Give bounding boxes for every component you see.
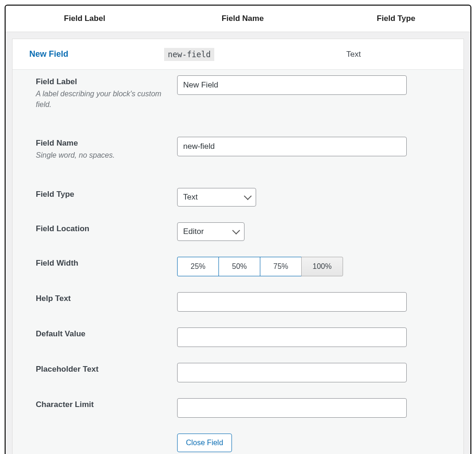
label-help-text: Help Text (36, 294, 169, 303)
summary-field-name: new-field (164, 50, 316, 59)
row-field-location: Field Location Editor (13, 217, 463, 241)
label-field-label: Field Label (36, 77, 169, 87)
input-help-text[interactable] (177, 292, 407, 312)
summary-field-type: Text (316, 50, 463, 59)
field-editor-panel: Field Label Field Name Field Type New Fi… (5, 5, 471, 454)
summary-name-code: new-field (164, 48, 214, 61)
label-field-width: Field Width (36, 259, 169, 268)
input-default-value[interactable] (177, 327, 407, 347)
desc-field-name: Single word, no spaces. (36, 150, 169, 160)
body-wrap: New Field new-field Text Field Label A l… (6, 32, 470, 454)
row-field-label: Field Label A label describing your bloc… (13, 70, 463, 110)
row-character-limit: Character Limit (13, 393, 463, 418)
header-field-type: Field Type (322, 14, 470, 23)
row-field-name: Field Name Single word, no spaces. (13, 131, 463, 160)
input-placeholder-text[interactable] (177, 363, 407, 382)
width-25[interactable]: 25% (177, 257, 219, 276)
label-placeholder-text: Placeholder Text (36, 365, 169, 374)
columns-header: Field Label Field Name Field Type (6, 6, 470, 32)
field-card: New Field new-field Text Field Label A l… (12, 39, 464, 454)
summary-field-label: New Field (13, 49, 164, 59)
row-field-type: Field Type Text (13, 182, 463, 207)
header-field-label: Field Label (6, 14, 164, 23)
close-field-button[interactable]: Close Field (177, 434, 232, 452)
row-placeholder-text: Placeholder Text (13, 357, 463, 382)
row-default-value: Default Value (13, 322, 463, 347)
select-field-location[interactable]: Editor (177, 222, 245, 241)
desc-field-label: A label describing your block's custom f… (36, 88, 169, 110)
label-field-name: Field Name (36, 139, 169, 148)
input-field-label[interactable] (177, 75, 407, 95)
row-close-field: Close Field (13, 428, 463, 452)
row-help-text: Help Text (13, 287, 463, 312)
input-field-name[interactable] (177, 137, 407, 156)
label-field-location: Field Location (36, 224, 169, 234)
width-50[interactable]: 50% (218, 257, 260, 276)
width-75[interactable]: 75% (260, 257, 302, 276)
label-character-limit: Character Limit (36, 400, 169, 409)
label-default-value: Default Value (36, 329, 169, 339)
field-summary-row[interactable]: New Field new-field Text (13, 39, 463, 69)
label-field-type: Field Type (36, 190, 169, 199)
field-width-group: 25% 50% 75% 100% (177, 257, 343, 276)
row-field-width: Field Width 25% 50% 75% 100% (13, 251, 463, 276)
header-field-name: Field Name (164, 14, 322, 23)
width-100[interactable]: 100% (301, 257, 343, 276)
field-details: Field Label A label describing your bloc… (13, 69, 463, 454)
select-field-type[interactable]: Text (177, 188, 256, 207)
input-character-limit[interactable] (177, 398, 407, 418)
